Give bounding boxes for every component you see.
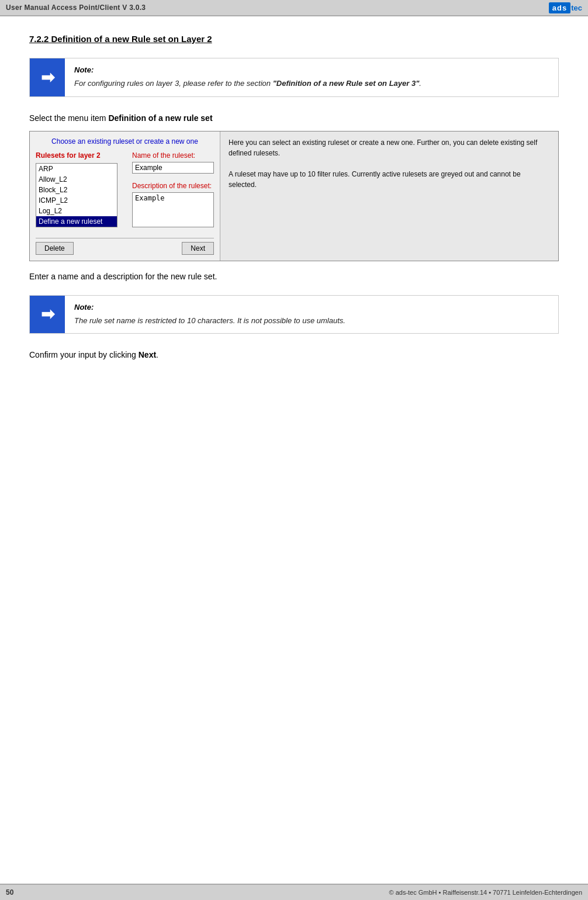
note-icon-area-1: ➡ <box>30 58 65 96</box>
ruleset-listbox[interactable]: ARP Allow_L2 Block_L2 ICMP_L2 Log_L2 Def… <box>36 163 117 227</box>
instruction-text: Select the menu item Definition of a new… <box>29 113 559 123</box>
list-item-define-new[interactable]: Define a new ruleset <box>36 216 117 227</box>
confirm-after: . <box>156 350 158 359</box>
screenshot-left: Choose an existing ruleset or create a n… <box>30 131 220 261</box>
logo-tec: tec <box>571 4 582 12</box>
name-input[interactable] <box>132 162 214 174</box>
content-area: 7.2.2 Definition of a new Rule set on La… <box>0 16 588 394</box>
next-button[interactable]: Next <box>182 242 214 255</box>
list-item-log-l2[interactable]: Log_L2 <box>36 206 117 216</box>
listbox-empty-space <box>36 227 117 227</box>
ui-buttons: Delete Next <box>36 238 214 255</box>
logo-ads: ads <box>549 2 570 13</box>
ui-right-col: Name of the ruleset: Description of the … <box>126 151 214 232</box>
note-icon-area-2: ➡ <box>30 296 65 334</box>
note-content-1: Note: For configuring rules on layer 3, … <box>65 58 558 96</box>
desc-textarea[interactable]: Example <box>132 192 214 227</box>
confirm-bold: Next <box>139 350 156 359</box>
note-title-1: Note: <box>74 65 549 74</box>
list-item-icmp-l2[interactable]: ICMP_L2 <box>36 195 117 206</box>
ui-title: Choose an existing ruleset or create a n… <box>36 137 214 146</box>
enter-instruction: Enter a name and a description for the n… <box>29 272 559 281</box>
header-title: User Manual Access Point/Client V 3.0.3 <box>6 4 146 12</box>
footer: 50 © ads-tec GmbH • Raiffeisenstr.14 • 7… <box>0 884 588 900</box>
help-text: Here you can select an existing ruleset … <box>229 139 537 189</box>
note-text-after-1: . <box>419 79 421 88</box>
screenshot-help: Here you can select an existing ruleset … <box>220 131 558 261</box>
list-item-allow-l2[interactable]: Allow_L2 <box>36 174 117 185</box>
screenshot-box: Choose an existing ruleset or create a n… <box>29 131 559 261</box>
note-text-bold-1: "Definition of a new Rule set on Layer 3… <box>273 79 420 88</box>
footer-page: 50 <box>6 888 13 896</box>
instruction-before: Select the menu item <box>29 113 108 123</box>
note-text-1: For configuring rules on layer 3, please… <box>74 78 549 89</box>
ui-main-row: Rulesets for layer 2 ARP Allow_L2 Block_… <box>36 151 214 232</box>
note-text-before-1: For configuring rules on layer 3, please… <box>74 79 273 88</box>
note-arrow-icon-2: ➡ <box>41 304 54 324</box>
delete-button[interactable]: Delete <box>36 242 74 255</box>
name-label: Name of the ruleset: <box>132 151 214 160</box>
note-text-2: The rule set name is restricted to 10 ch… <box>74 315 549 327</box>
desc-label: Description of the ruleset: <box>132 182 214 190</box>
header: User Manual Access Point/Client V 3.0.3 … <box>0 0 588 16</box>
confirm-instruction: Confirm your input by clicking Next. <box>29 350 559 359</box>
section-heading: 7.2.2 Definition of a new Rule set on La… <box>29 34 559 44</box>
list-item-arp[interactable]: ARP <box>36 164 117 174</box>
ui-left-col: Rulesets for layer 2 ARP Allow_L2 Block_… <box>36 151 126 232</box>
note-title-2: Note: <box>74 303 549 311</box>
note-arrow-icon-1: ➡ <box>41 68 54 87</box>
footer-copyright: © ads-tec GmbH • Raiffeisenstr.14 • 7077… <box>389 889 582 896</box>
list-item-block-l2[interactable]: Block_L2 <box>36 185 117 195</box>
rulesets-label: Rulesets for layer 2 <box>36 151 126 160</box>
header-logo: adstec <box>549 2 582 13</box>
instruction-bold: Definition of a new rule set <box>108 113 212 123</box>
note-box-2: ➡ Note: The rule set name is restricted … <box>29 295 559 334</box>
confirm-before: Confirm your input by clicking <box>29 350 139 359</box>
note-box-1: ➡ Note: For configuring rules on layer 3… <box>29 58 559 97</box>
note-content-2: Note: The rule set name is restricted to… <box>65 296 558 334</box>
